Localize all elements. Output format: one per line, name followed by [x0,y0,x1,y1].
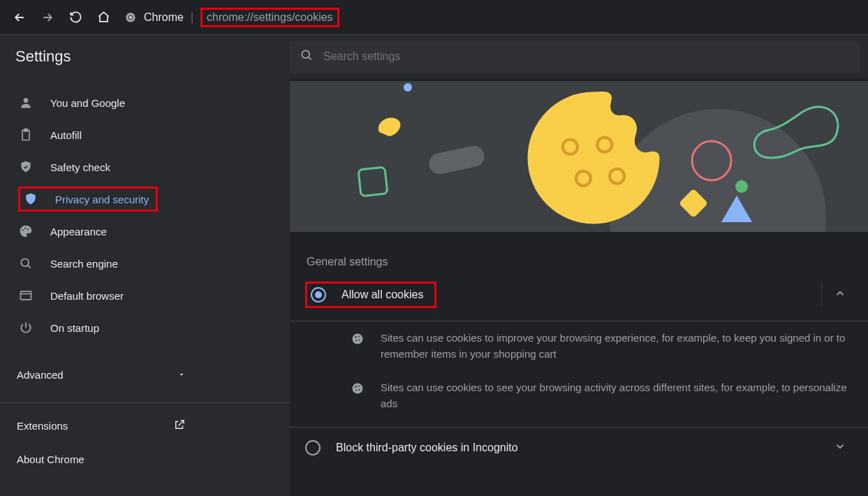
sidebar-item-label: On startup [50,322,99,334]
person-icon [18,95,34,110]
clipboard-icon [18,127,34,143]
svg-point-29 [355,386,356,387]
svg-rect-11 [21,291,31,300]
svg-point-10 [21,258,29,266]
option-label: Block third-party cookies in Incognito [336,442,827,454]
sidebar-item-label: Search engine [50,258,118,270]
chevron-up-icon[interactable] [827,287,853,302]
settings-main: General settings Allow all cookies Sites… [290,78,868,496]
svg-point-31 [355,389,357,391]
sidebar-item-appearance[interactable]: Appearance [0,215,290,247]
svg-rect-6 [24,129,28,131]
url-text-highlight: chrome://settings/cookies [200,8,339,27]
svg-point-25 [358,336,360,337]
option-allow-all-cookies[interactable]: Allow all cookies [290,268,868,321]
about-label: About Chrome [17,453,84,465]
option-description: Sites can use cookies to see your browsi… [290,371,868,428]
sidebar-item-label: You and Google [50,97,125,109]
browser-toolbar: Chrome | chrome://settings/cookies [0,0,868,35]
sidebar-item-label: Safety check [50,161,110,173]
svg-rect-17 [358,167,388,196]
chrome-label: Chrome [144,11,184,24]
svg-point-23 [353,334,363,344]
extensions-label: Extensions [17,420,68,432]
sidebar-extensions[interactable]: Extensions [0,409,203,442]
divider [0,402,290,403]
settings-sidebar: You and Google Autofill Safety check Pri… [0,78,290,496]
page-title: Settings [0,48,290,66]
svg-point-27 [359,340,360,341]
svg-point-18 [404,83,412,92]
svg-point-24 [355,336,356,337]
shield-icon [23,191,38,207]
sidebar-item-search-engine[interactable]: Search engine [0,247,290,279]
cookie-icon [350,381,365,396]
sidebar-item-label: Default browser [50,290,124,302]
option-label: Allow all cookies [341,289,423,301]
reload-button[interactable] [63,5,88,30]
cookie-icon [350,331,365,347]
svg-point-21 [735,180,748,193]
sidebar-item-default-browser[interactable]: Default browser [0,279,290,312]
advanced-label: Advanced [17,369,64,381]
chrome-icon [124,11,137,24]
description-text: Sites can use cookies to see your browsi… [381,379,853,412]
divider [821,283,822,307]
forward-button[interactable] [35,5,60,30]
sidebar-about-chrome[interactable]: About Chrome [0,442,203,476]
svg-rect-19 [427,144,486,176]
window-icon [18,288,34,303]
svg-point-2 [129,16,132,19]
sidebar-item-privacy-security[interactable]: Privacy and security [0,183,290,215]
svg-point-28 [353,383,363,393]
shield-check-icon [18,159,34,175]
sidebar-item-on-startup[interactable]: On startup [0,312,290,344]
sidebar-advanced[interactable]: Advanced [0,358,203,391]
radio-unchecked-icon[interactable] [305,440,321,455]
search-icon [18,256,34,271]
svg-rect-22 [679,189,708,218]
header-row: Settings [0,35,868,78]
sidebar-item-label: Autofill [50,129,82,141]
svg-point-32 [359,388,360,390]
chevron-down-icon [177,369,186,381]
sidebar-item-safety-check[interactable]: Safety check [0,151,290,183]
svg-point-3 [302,50,309,58]
search-icon [300,48,314,65]
address-bar[interactable]: Chrome | chrome://settings/cookies [124,6,861,29]
palette-icon [18,224,34,239]
radio-checked-icon[interactable] [311,287,326,302]
power-icon [18,320,34,335]
svg-point-20 [692,141,731,180]
svg-point-9 [27,228,29,230]
search-settings[interactable] [290,41,860,73]
sidebar-item-label: Appearance [50,226,107,238]
open-external-icon [173,418,186,433]
sidebar-item-you-and-google[interactable]: You and Google [0,87,290,119]
svg-point-26 [355,340,357,341]
sidebar-item-label: Privacy and security [55,194,149,205]
svg-point-7 [22,229,24,231]
svg-point-30 [358,385,360,386]
home-button[interactable] [91,5,116,30]
search-input[interactable] [323,50,850,63]
chevron-down-icon[interactable] [827,440,853,455]
description-text: Sites can use cookies to improve your br… [381,330,853,363]
sidebar-item-autofill[interactable]: Autofill [0,119,290,151]
general-settings-label: General settings [290,232,868,268]
back-button[interactable] [7,5,32,30]
option-description: Sites can use cookies to improve your br… [290,321,868,371]
svg-point-4 [24,98,29,103]
svg-point-8 [24,228,26,229]
option-block-third-party-incognito[interactable]: Block third-party cookies in Incognito [290,428,868,468]
hero-illustration [290,78,868,232]
